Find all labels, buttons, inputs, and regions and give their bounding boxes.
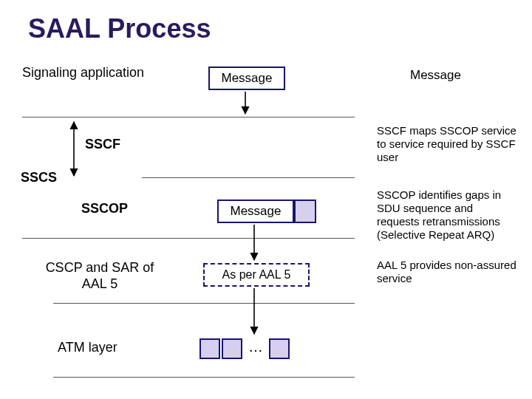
box-message-top: Message: [208, 66, 285, 90]
atm-cell: [200, 338, 220, 359]
ellipsis: …: [248, 338, 265, 355]
separator-line: [53, 377, 355, 378]
separator-line: [22, 238, 355, 239]
page-title: SAAL Process: [28, 13, 211, 44]
separator-line: [142, 177, 355, 178]
label-atm-layer: ATM layer: [58, 340, 117, 355]
desc-aal5: AAL 5 provides non-assured service: [377, 259, 517, 285]
desc-sscf: SSCF maps SSCOP service to service requi…: [377, 124, 517, 164]
text-message-header: Message: [410, 68, 461, 83]
box-sscop-trailer: [294, 200, 316, 223]
box-as-per-aal5: As per AAL 5: [203, 263, 310, 287]
label-sscop: SSCOP: [81, 201, 128, 216]
desc-sscop: SSCOP identifies gaps in SDU sequence an…: [377, 188, 517, 242]
atm-cell: [269, 338, 290, 359]
label-signaling-application: Signaling application: [22, 65, 144, 81]
separator-line: [53, 303, 355, 304]
box-message-mid: Message: [217, 200, 294, 223]
atm-cell: [222, 338, 242, 359]
label-cscp-sar: CSCP and SAR of AAL 5: [41, 260, 159, 292]
label-sscs: SSCS: [21, 170, 57, 185]
label-sscf: SSCF: [85, 137, 120, 152]
separator-line: [22, 117, 355, 117]
